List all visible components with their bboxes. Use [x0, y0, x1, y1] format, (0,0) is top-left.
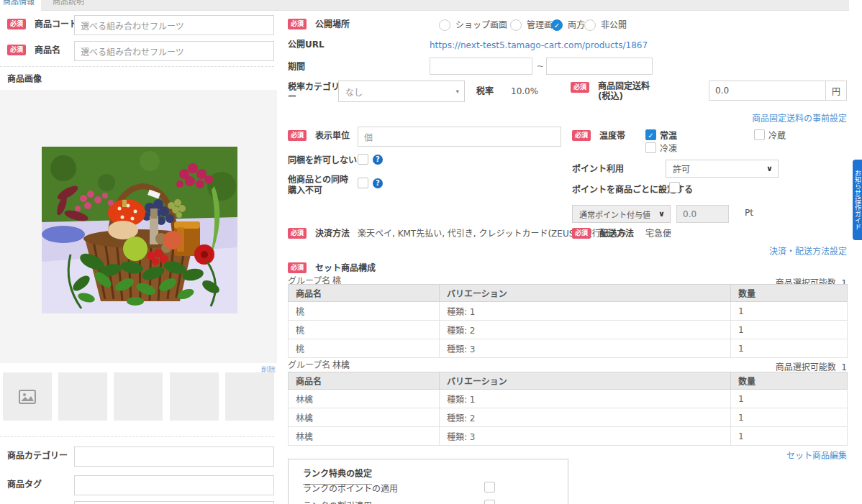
period-to-input[interactable]	[546, 58, 653, 75]
no-copurchase-label: 他商品との同時購入不可	[288, 175, 354, 196]
tax-category-select[interactable]: なし ▾	[338, 81, 465, 102]
table-row: 桃種類: 31	[289, 339, 848, 358]
right-column: 必須 公開場所 ショップ画面 管理画面 ✓ 両方 非公開 公開URL https…	[288, 0, 847, 504]
display-unit-input[interactable]: 個	[358, 127, 561, 147]
period-label: 期間	[288, 62, 305, 72]
checkbox-chilled[interactable]	[754, 129, 765, 140]
checkbox-frozen[interactable]	[645, 142, 656, 153]
rank-point-checkbox[interactable]	[484, 482, 495, 492]
required-badge: 必須	[572, 130, 591, 141]
payment-method-label: 決済方法	[315, 229, 350, 239]
no-bundle-checkbox[interactable]	[358, 154, 368, 165]
no-bundle-label: 同梱を許可しない	[288, 155, 357, 165]
required-badge: 必須	[571, 82, 589, 93]
product-category-input[interactable]	[74, 446, 274, 467]
divider	[0, 436, 274, 437]
divider	[0, 66, 274, 67]
image-thumbnail-slot[interactable]	[225, 372, 274, 421]
fixed-shipping-value: 0.0	[715, 86, 729, 96]
radio-both[interactable]: ✓	[551, 19, 563, 31]
help-icon[interactable]: ?	[373, 155, 383, 165]
payment-settings-link[interactable]: 決済・配送方法設定	[769, 244, 847, 257]
column-header-variation: バリエーション	[440, 285, 731, 302]
selectable-count: 商品選択可能数 1	[776, 360, 847, 372]
tab-product-description-label: 商品説明	[53, 0, 84, 6]
point-grant-select-value: 通常ポイント付与値	[579, 209, 650, 220]
set-composition-label: セット商品構成	[315, 263, 376, 273]
point-per-product-checkbox[interactable]	[669, 182, 680, 193]
product-name-label: 商品名	[35, 45, 60, 55]
tab-product-info[interactable]: 商品情報	[0, 0, 41, 10]
product-name-value: 選べる組み合わせフルーツ	[81, 45, 184, 58]
image-thumbnail-slot[interactable]	[170, 372, 219, 421]
period-from-input[interactable]	[430, 58, 532, 75]
rank-benefit-title: ランク特典の設定	[303, 467, 372, 485]
table-row: 桃種類: 11	[289, 302, 848, 321]
tax-category-value: なし	[345, 86, 363, 98]
product-name-input[interactable]: 選べる組み合わせフルーツ	[74, 41, 274, 61]
checkbox-normal-temp-label: 常温	[660, 131, 677, 141]
required-badge: 必須	[288, 228, 307, 239]
product-code-value: 選べる組み合わせフルーツ	[81, 19, 184, 32]
chevron-down-icon: ∨	[658, 209, 665, 219]
radio-both-label: 両方	[568, 20, 585, 30]
point-grant-select[interactable]: 通常ポイント付与値 ∨	[572, 205, 671, 223]
help-icon[interactable]: ?	[373, 178, 383, 188]
image-thumbnail-slot[interactable]	[58, 372, 107, 421]
set-group-table-peach: 商品名 バリエーション 数量 桃種類: 11 桃種類: 21 桃種類: 31	[288, 284, 848, 358]
required-badge: 必須	[7, 45, 26, 55]
table-header-row: 商品名 バリエーション 数量	[289, 372, 848, 390]
delivery-method-label: 配送方法	[599, 229, 634, 239]
column-header-quantity: 数量	[731, 372, 848, 390]
rank-discount-label: ランクの割引適用	[303, 501, 372, 504]
set-edit-link[interactable]: セット商品編集	[786, 449, 847, 461]
product-image-box	[0, 90, 277, 363]
fixed-shipping-input[interactable]: 0.0	[709, 81, 826, 101]
image-placeholder-icon	[19, 390, 36, 404]
required-badge: 必須	[572, 228, 591, 239]
product-code-label: 商品コード	[35, 19, 78, 29]
radio-shop-screen-label: ショップ画面	[455, 20, 507, 30]
rank-point-label: ランクのポイントの適用	[303, 484, 398, 494]
image-thumbnail-slot[interactable]	[114, 372, 163, 421]
chevron-down-icon: ▾	[455, 88, 459, 95]
group-name-label: グループ名	[288, 360, 330, 370]
announcement-side-tab-label: お知らせ/操作ガイド	[854, 170, 861, 230]
publish-url-label: 公開URL	[288, 40, 325, 50]
fixed-shipping-label: 商品固定送料 (税込)	[598, 81, 684, 101]
column-header-variation: バリエーション	[440, 372, 731, 390]
required-badge: 必須	[288, 130, 307, 141]
display-unit-label: 表示単位	[315, 131, 350, 141]
table-header-row: 商品名 バリエーション 数量	[289, 285, 848, 302]
required-badge: 必須	[7, 19, 26, 29]
column-header-product: 商品名	[289, 285, 440, 302]
rank-discount-checkbox[interactable]	[484, 500, 495, 504]
announcement-side-tab[interactable]: お知らせ/操作ガイド	[853, 160, 862, 240]
table-row: 林檎種類: 11	[289, 390, 848, 408]
image-thumbnail-slot[interactable]	[3, 372, 52, 421]
display-unit-value: 個	[364, 131, 373, 143]
required-badge: 必須	[288, 19, 307, 29]
tax-rate-value: 10.0%	[511, 86, 538, 96]
point-use-value: 許可	[673, 162, 690, 175]
product-category-label: 商品カテゴリー	[7, 451, 68, 461]
point-grant-unit: Pt	[745, 208, 753, 218]
rank-benefit-panel: ランク特典の設定 ランクのポイントの適用 ランクの割引適用	[288, 459, 568, 504]
radio-private[interactable]	[584, 19, 596, 31]
required-badge: 必須	[288, 262, 307, 273]
product-photo	[42, 147, 237, 313]
point-use-select[interactable]: 許可 ∨	[666, 160, 779, 178]
tab-product-info-label: 商品情報	[3, 0, 35, 6]
point-use-label: ポイント利用	[572, 164, 624, 174]
product-code-input[interactable]: 選べる組み合わせフルーツ	[74, 15, 274, 35]
radio-admin-screen[interactable]	[510, 19, 522, 31]
table-row: 桃種類: 21	[289, 321, 848, 339]
point-grant-input[interactable]: 0.0	[676, 205, 729, 223]
shipping-preset-link[interactable]: 商品固定送料の事前設定	[752, 111, 847, 124]
publish-url-link[interactable]: https://next-test5.tamago-cart.com/produ…	[430, 40, 648, 50]
product-tag-input[interactable]	[74, 475, 274, 495]
left-extra-input[interactable]	[74, 501, 274, 504]
radio-shop-screen[interactable]	[439, 19, 450, 31]
no-copurchase-checkbox[interactable]	[358, 178, 368, 188]
checkbox-normal-temp[interactable]: ✓	[645, 129, 656, 140]
